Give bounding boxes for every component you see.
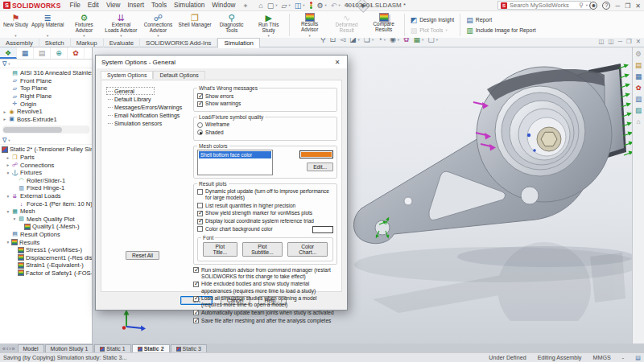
pin-menu-icon[interactable]: ✦ — [242, 2, 248, 10]
reference-triad-checkbox-row[interactable]: Display local coordinate system referenc… — [197, 218, 333, 224]
status-units[interactable]: MMGS — [592, 354, 610, 361]
menu-view[interactable]: View — [106, 2, 121, 10]
ribbon-apply-material-button[interactable]: ≣Apply Material▾ — [30, 12, 66, 38]
doc-state-icon[interactable]: ▤ — [635, 354, 641, 361]
checkbox[interactable] — [193, 310, 199, 315]
taskpane-home-icon[interactable]: ⌂ — [636, 117, 640, 125]
ribbon-run-this-study-button[interactable]: ▶Run This Study▾ — [250, 12, 287, 38]
ribbon-design-insight-button[interactable]: ◩Design Insight — [411, 16, 455, 24]
view-palette-icon[interactable]: ✿ — [635, 84, 641, 92]
search-box[interactable]: S ⚲ ▾ — [497, 1, 591, 10]
ribbon-diagnostic-tools-button[interactable]: ⚲Diagnostic Tools — [213, 12, 250, 38]
caret-down-icon[interactable]: ▾ — [325, 3, 327, 7]
tab-default-options[interactable]: Default Options — [153, 71, 204, 79]
tree-splitter[interactable] — [2, 125, 89, 134]
study-tree-filter[interactable]: ∇▾ — [0, 136, 92, 145]
tree-filter[interactable]: ∇▾ — [0, 60, 92, 68]
study-item-connections[interactable]: ▸☍Connections — [0, 161, 92, 169]
nav-next-icon[interactable]: › — [9, 346, 10, 352]
study-item-strain1[interactable]: Strain1 (-Equivalent-) — [0, 261, 92, 269]
color-chart-button[interactable]: Color Chart... — [287, 242, 328, 257]
caret-down-icon[interactable]: ▾ — [398, 38, 399, 42]
menu-tools[interactable]: Tools — [151, 2, 167, 10]
menu-simulation[interactable]: Simulation — [174, 2, 204, 10]
checkbox[interactable] — [197, 203, 203, 208]
caret-down-icon[interactable]: ▾ — [358, 38, 360, 42]
chart-background-checkbox-row[interactable]: Color chart background color — [197, 226, 333, 233]
tab-solidworks-add-ins[interactable]: SOLIDWORKS Add-Ins — [140, 39, 217, 47]
expand-icon[interactable]: ▸ — [5, 155, 11, 160]
show-errors-checkbox-row[interactable]: Show errors — [197, 93, 333, 100]
tab-evaluate[interactable]: Evaluate — [104, 39, 140, 47]
tree-item-right-plane[interactable]: ▱Right Plane — [0, 93, 92, 101]
minimize-doc-icon[interactable]: ─ — [618, 38, 622, 45]
study-item-stress1[interactable]: Stress1 (-vonMises-) — [0, 246, 92, 254]
caret-down-icon[interactable]: ▾ — [586, 3, 588, 7]
traffic-light-icon[interactable] — [309, 1, 313, 10]
open-icon[interactable]: ▱ — [282, 2, 287, 10]
dimxpert-tab[interactable]: ⊕ — [51, 47, 68, 59]
feature-tree-tab[interactable]: ❖ — [0, 47, 17, 59]
expand-icon[interactable]: ▸ — [2, 117, 8, 121]
collapse-node-icon[interactable]: ▾ — [5, 240, 11, 245]
study-item-fos1[interactable]: Factor of Safety1 (-FOS-) — [0, 269, 92, 278]
load-all-studies-checkbox-row[interactable]: Load all simulation studies when opening… — [193, 295, 337, 308]
plot-title-button[interactable]: Plot Title... — [203, 242, 237, 257]
display-manager-tab[interactable]: ✿ — [68, 47, 85, 59]
property-manager-tab[interactable]: ▦ — [17, 47, 34, 59]
tab-system-options[interactable]: System Options — [101, 71, 153, 79]
mesh-colors-listbox[interactable]: Shell bottom face color — [197, 150, 273, 175]
options-item-messages[interactable]: Messages/Errors/Warnings — [106, 103, 193, 111]
tab-static-2[interactable]: Static 2 — [132, 344, 170, 352]
expand-icon[interactable]: ▸ — [2, 109, 8, 114]
update-beam-joints-checkbox-row[interactable]: Automatically update beam joints when st… — [193, 310, 337, 316]
caret-down-icon[interactable]: ▾ — [275, 3, 277, 7]
options-item-sensors[interactable]: Simulation sensors — [106, 119, 193, 127]
study-item-fixed-hinge[interactable]: ▥Fixed Hinge-1 — [0, 184, 92, 192]
save-file-checkbox-row[interactable]: Save file after meshing and after the an… — [193, 318, 337, 324]
tensioner-pulley-model[interactable] — [349, 54, 632, 321]
ribbon-plot-tools-button[interactable]: ▧Plot Tools▾ — [411, 27, 455, 35]
tab-static-1[interactable]: Static 1 — [94, 344, 130, 352]
chart-background-swatch[interactable] — [312, 226, 333, 233]
help-icon[interactable]: ? — [602, 2, 610, 10]
tree-item-boss-extrude1[interactable]: ▸▣Boss-Extrude1 — [0, 116, 92, 124]
ribbon-report-button[interactable]: ▤Report — [466, 16, 535, 24]
tree-item-revolve1[interactable]: ▸◉Revolve1 — [0, 108, 92, 116]
pane-icon[interactable]: ◫ — [598, 38, 604, 45]
nav-prev-icon[interactable]: ‹ — [6, 346, 8, 352]
higher-precision-checkbox-row[interactable]: List result quantities in higher precisi… — [197, 203, 333, 209]
study-item-result-options[interactable]: ▤Result Options — [0, 231, 92, 239]
study-item-mesh[interactable]: ▾▦Mesh — [0, 208, 92, 216]
checkbox[interactable] — [193, 282, 199, 287]
study-item-fixtures[interactable]: ▾⚓Fixtures — [0, 169, 92, 177]
menu-insert[interactable]: Insert — [127, 2, 143, 10]
checkbox[interactable] — [197, 189, 203, 195]
menu-window[interactable]: Window — [212, 2, 235, 10]
study-item-displacement1[interactable]: Displacement1 (-Res disp-) — [0, 253, 92, 261]
tab-static-3[interactable]: Static 3 — [171, 344, 207, 352]
collapse-node-icon[interactable]: ▾ — [5, 209, 11, 214]
new-document-icon[interactable]: ▢ — [267, 2, 275, 10]
hide-excluded-checkbox-row[interactable]: Hide excluded bodies and show study mate… — [193, 281, 337, 294]
ribbon-deformed-result-button[interactable]: ∿Deformed Result — [328, 12, 365, 38]
solidworks-resources-icon[interactable]: ⚙ — [635, 50, 642, 58]
custom-properties-icon[interactable]: ▧ — [635, 106, 642, 114]
caret-down-icon[interactable]: ▾ — [422, 38, 423, 42]
run-advisor-checkbox-row[interactable]: Run simulation advisor from command mana… — [193, 267, 337, 280]
file-explorer-icon[interactable]: ▦ — [635, 72, 642, 80]
radio-button[interactable] — [197, 122, 203, 128]
appearances-scenes-icon[interactable]: ▥ — [635, 95, 642, 103]
menu-edit[interactable]: Edit — [88, 2, 99, 10]
edit-color-button[interactable]: Edit... — [307, 162, 333, 171]
expand-icon[interactable]: ▸ — [5, 162, 11, 167]
nav-first-icon[interactable]: « — [2, 346, 6, 352]
ribbon-include-image-button[interactable]: ▥Include Image for Report — [466, 27, 535, 35]
reset-all-button[interactable]: Reset All — [126, 251, 159, 260]
save-icon[interactable]: ◫ — [295, 2, 302, 10]
restore-doc-icon[interactable]: ❐ — [626, 38, 632, 45]
ribbon-fixtures-advisor-button[interactable]: ⚙Fixtures Advisor▾ — [65, 12, 102, 38]
close-doc-icon[interactable]: ✕ — [636, 38, 641, 45]
search-input[interactable] — [510, 2, 576, 9]
ribbon-compare-results-button[interactable]: Compare Results — [365, 12, 402, 38]
